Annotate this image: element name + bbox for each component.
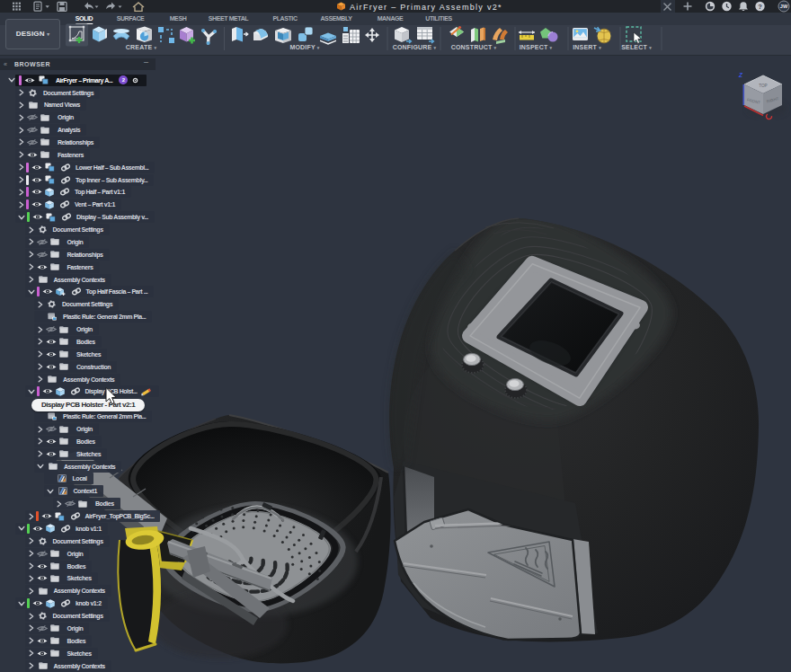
svg-text:TOP: TOP (759, 84, 767, 88)
svg-text:?: ? (758, 3, 762, 11)
svg-text:JW: JW (780, 4, 788, 9)
